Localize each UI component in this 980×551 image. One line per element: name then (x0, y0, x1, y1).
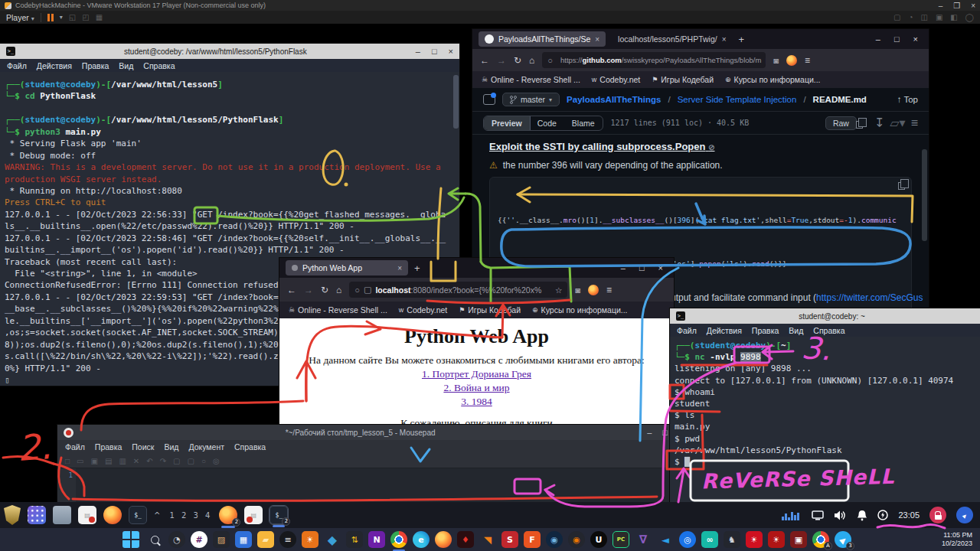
taskbar-app-infinity[interactable]: ∞ (701, 531, 718, 548)
bookmark-star-icon[interactable]: ☆ (555, 285, 562, 295)
menu-hamburger-icon[interactable]: ≡ (606, 285, 612, 295)
display-icon[interactable] (812, 510, 824, 520)
new-tab-button[interactable]: + (739, 34, 745, 45)
file-tree-icon[interactable] (483, 94, 495, 105)
menu-item[interactable]: Вид (164, 442, 178, 452)
workspace-switcher[interactable]: 1 2 3 4 (169, 506, 212, 524)
taskbar-app-blender[interactable]: ◉ (568, 531, 585, 548)
taskbar-app-darkdisc[interactable]: ≡ (279, 531, 296, 548)
open-terminal-window[interactable]: $_ 2 (270, 506, 288, 524)
toolbar-icon[interactable]: ▥ (119, 457, 126, 465)
mousepad-maximize-button[interactable]: □ (662, 428, 668, 437)
book-link[interactable]: 2. Война и мир (279, 382, 674, 394)
tab-close-icon[interactable]: × (595, 35, 599, 44)
cpu-graph-icon[interactable] (782, 510, 802, 520)
bookmark-item[interactable]: ☠Online - Reverse Shell ... (482, 75, 580, 84)
book-link[interactable]: 1. Портрет Дориана Грея (279, 368, 674, 380)
bookmark-item[interactable]: wCodeby.net (592, 75, 640, 84)
bookmark-item[interactable]: ⚑Игры Кодебай (652, 75, 714, 84)
edit-pencil-icon[interactable]: ▱▾ (890, 116, 905, 130)
firefox-account-icon[interactable] (588, 285, 599, 295)
volume-icon[interactable] (834, 510, 847, 521)
taskbar-app-bluepin[interactable]: ◎ (679, 531, 696, 548)
taskbar-app-pycharm[interactable]: PC (612, 531, 629, 548)
toolbar-icon[interactable]: ◎ (213, 457, 220, 465)
mousepad-editor[interactable]: 1 {% for x in ().__class__.__base__.__su… (57, 468, 674, 504)
vm-clock[interactable]: 23:05 (898, 510, 920, 520)
vm-device-disk-icon[interactable]: ▢ (893, 13, 900, 21)
toolbar-icon[interactable]: ▢ (173, 457, 180, 465)
toolbar-icon[interactable]: ↷ (160, 457, 166, 465)
copy-code-icon[interactable] (898, 182, 905, 190)
menu-item[interactable]: Вид (789, 326, 803, 335)
view-tab[interactable]: Code (530, 116, 564, 130)
taskbar-app-gauge[interactable]: ◔ (168, 531, 185, 548)
taskbar-app-arrows[interactable]: ⇅ (346, 531, 363, 548)
new-tab-button[interactable]: + (414, 262, 420, 274)
notification-bell-icon[interactable] (857, 510, 867, 521)
copy-file-icon[interactable] (856, 121, 863, 129)
section1-heading[interactable]: Exploit the SSTI by calling subprocess.P… (489, 141, 912, 152)
windows-search-button[interactable] (146, 531, 163, 548)
taskbar-app-visualstudio[interactable]: ∇ (635, 531, 652, 548)
toolbar-icon[interactable]: ↶ (146, 457, 152, 465)
taskbar-app-telegram[interactable]: ▶ 3 (835, 531, 851, 548)
outline-icon[interactable]: ≡ (911, 116, 918, 130)
taskbar-app-firefox[interactable] (435, 531, 452, 548)
anchor-link-icon[interactable]: ⊘ (708, 143, 714, 152)
webapp-window-minimize-button[interactable]: – (621, 263, 626, 272)
tab-close-icon[interactable]: × (397, 264, 402, 272)
taskbar-app-red-gear-1[interactable]: ☀ (746, 531, 763, 548)
github-url-bar[interactable]: ○ https://github.com/swisskyrepo/Payload… (542, 52, 766, 68)
toolbar-icon[interactable]: ○ (201, 457, 206, 465)
bookmark-item[interactable]: ⚑Игры Кодебай (459, 305, 521, 315)
terminal-flask-minimize-button[interactable]: – (416, 47, 420, 56)
open-mousepad-window[interactable]: ▤ (244, 506, 263, 524)
github-window-close-button[interactable]: × (913, 34, 918, 44)
vm-device-network-icon[interactable]: ◫ (920, 13, 927, 21)
github-window-minimize-button[interactable]: – (876, 34, 880, 44)
toolbar-icon[interactable]: □ (65, 457, 70, 465)
taskbar-app-carrot[interactable]: ◥ (479, 531, 496, 548)
menu-item[interactable]: Правка (95, 442, 122, 452)
hackmachine-logo-icon[interactable] (4, 505, 21, 525)
mousepad-code[interactable]: {% for x in ().__class__.__base__.__subc… (76, 468, 674, 504)
vmware-minimize-button[interactable]: – (939, 2, 943, 10)
menu-item[interactable]: Действия (37, 61, 72, 70)
adblock-badge-icon[interactable]: ◙ (773, 56, 779, 65)
panel-expand-caret[interactable]: ^ (154, 506, 162, 524)
toolbar-icon[interactable]: ✕ (133, 457, 139, 465)
terminal-flask-close-button[interactable]: × (449, 47, 453, 56)
player-menu[interactable]: Player ▾ (6, 13, 34, 22)
github-scrollbar[interactable] (922, 149, 927, 241)
github-window-maximize-button[interactable]: □ (894, 34, 900, 44)
back-to-top-link[interactable]: ↑ Top (897, 95, 918, 104)
menu-item[interactable]: Правка (752, 326, 779, 335)
pause-dropdown-caret[interactable]: ▾ (60, 14, 63, 21)
bookmark-item[interactable]: ⊕Курсы по информаци... (532, 305, 627, 315)
windows-start-button[interactable] (122, 531, 139, 548)
forward-icon[interactable]: → (304, 285, 313, 295)
taskbar-app-vscode[interactable]: ◄ (657, 531, 674, 548)
raw-button[interactable]: Raw (825, 116, 857, 130)
forward-icon[interactable]: → (497, 55, 506, 66)
back-icon[interactable]: ← (287, 285, 296, 295)
menu-hamburger-icon[interactable]: ≡ (805, 55, 810, 66)
menu-item[interactable]: Поиск (132, 442, 154, 452)
vm-device-usb-icon[interactable]: ◯ (965, 13, 974, 21)
taskbar-app-chrome-profile[interactable]: A (812, 531, 829, 548)
open-firefox-window[interactable]: 2 (219, 506, 237, 524)
taskbar-app-cube[interactable]: ◆ (324, 531, 341, 548)
tab-localhost-phptwig[interactable]: localhost/lesson5/PHPTwig/ × (612, 31, 732, 47)
terminal-flask-titlebar[interactable]: >_ student@codeby: /var/www/html/lesson5… (0, 44, 459, 59)
book-link[interactable]: 3. 1984 (279, 396, 674, 408)
taskbar-app-s-red[interactable]: S (501, 531, 518, 548)
taskbar-app-red-cam[interactable]: ▣ (790, 531, 807, 548)
taskbar-app-orange-tool[interactable]: ☀ (302, 531, 318, 548)
screen-lock-icon[interactable] (929, 507, 946, 523)
terminal-launcher-icon[interactable]: $_ (129, 506, 147, 524)
twitter-link[interactable]: https://twitter.com/SecGus (816, 292, 923, 303)
view-tab[interactable]: Blame (564, 116, 603, 130)
file-manager-icon[interactable] (53, 506, 71, 524)
reload-icon[interactable]: ↻ (321, 285, 328, 295)
